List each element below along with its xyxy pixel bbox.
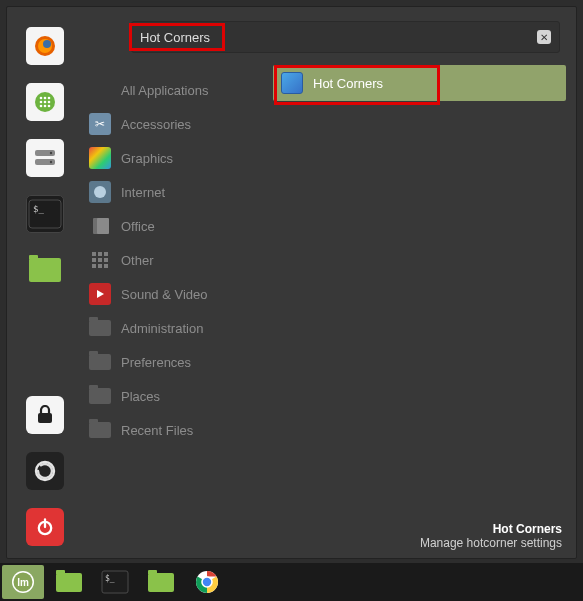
category-places[interactable]: Places [83,379,265,413]
places-folder-icon [89,385,111,407]
disks-icon[interactable] [26,139,64,177]
result-hot-corners[interactable]: Hot Corners [273,65,566,101]
search-field[interactable]: ✕ [131,21,560,53]
play-icon [89,283,111,305]
svg-point-4 [40,97,43,100]
category-label: Accessories [121,117,191,132]
taskbar-chrome[interactable] [186,565,228,599]
category-label: Recent Files [121,423,193,438]
svg-rect-29 [92,258,96,262]
category-label: Sound & Video [121,287,208,302]
category-label: Graphics [121,151,173,166]
category-office[interactable]: Office [83,209,265,243]
scissors-icon: ✂ [89,113,111,135]
taskbar-menu-button[interactable]: lm [2,565,44,599]
taskbar: lm $_ [0,563,583,601]
svg-point-11 [44,105,47,108]
svg-rect-34 [104,264,108,268]
start-menu: $_ ✕ [6,6,577,559]
applications-pane: Hot Corners [265,7,576,558]
category-label: Administration [121,321,203,336]
search-row: ✕ [131,21,564,53]
software-manager-icon[interactable] [26,83,64,121]
svg-text:$_: $_ [33,204,44,214]
svg-point-15 [50,152,52,154]
category-label: Other [121,253,154,268]
svg-rect-30 [98,258,102,262]
taskbar-terminal[interactable]: $_ [94,565,136,599]
category-label: Preferences [121,355,191,370]
svg-rect-28 [104,252,108,256]
svg-point-7 [40,101,43,104]
category-all-applications[interactable]: All Applications [83,73,265,107]
svg-point-9 [48,101,51,104]
svg-rect-26 [92,252,96,256]
svg-text:$_: $_ [105,574,115,583]
category-sound-video[interactable]: Sound & Video [83,277,265,311]
category-label: Internet [121,185,165,200]
category-internet[interactable]: Internet [83,175,265,209]
app-tooltip: Hot Corners Manage hotcorner settings [420,522,562,550]
admin-folder-icon [89,317,111,339]
svg-point-10 [40,105,43,108]
clear-search-icon[interactable]: ✕ [537,30,551,44]
hot-corners-icon [281,72,303,94]
all-applications-icon [89,79,111,101]
files-icon[interactable] [26,251,64,289]
svg-point-2 [43,40,51,48]
graphics-icon [89,147,111,169]
svg-point-6 [48,97,51,100]
svg-point-12 [48,105,51,108]
svg-rect-19 [38,413,52,423]
svg-rect-33 [98,264,102,268]
svg-rect-31 [104,258,108,262]
svg-rect-25 [97,218,109,234]
category-administration[interactable]: Administration [83,311,265,345]
firefox-icon[interactable] [26,27,64,65]
category-label: Office [121,219,155,234]
category-recent-files[interactable]: Recent Files [83,413,265,447]
prefs-folder-icon [89,351,111,373]
svg-rect-27 [98,252,102,256]
result-label: Hot Corners [313,76,383,91]
tooltip-description: Manage hotcorner settings [420,536,562,550]
svg-point-16 [50,161,52,163]
category-preferences[interactable]: Preferences [83,345,265,379]
menu-body: $_ ✕ [7,7,576,558]
office-icon [89,215,111,237]
taskbar-files-2[interactable] [140,565,182,599]
terminal-icon[interactable]: $_ [26,195,64,233]
power-icon[interactable] [26,508,64,546]
lock-screen-icon[interactable] [26,396,64,434]
category-graphics[interactable]: Graphics [83,141,265,175]
svg-marker-35 [97,290,104,298]
category-accessories[interactable]: ✂ Accessories [83,107,265,141]
svg-point-5 [44,97,47,100]
svg-point-8 [44,101,47,104]
category-label: Places [121,389,160,404]
category-other[interactable]: Other [83,243,265,277]
logout-icon[interactable] [26,452,64,490]
favorites-column: $_ [7,7,83,558]
taskbar-files[interactable] [48,565,90,599]
category-list: All Applications ✂ Accessories Graphics … [83,61,265,447]
category-label: All Applications [121,83,208,98]
categories-column: ✕ All Applications ✂ Accessories Graphic… [83,7,265,558]
search-input[interactable] [140,30,537,45]
recent-folder-icon [89,419,111,441]
tooltip-title: Hot Corners [420,522,562,536]
svg-point-23 [94,186,106,198]
grid-icon [89,249,111,271]
globe-icon [89,181,111,203]
svg-rect-32 [92,264,96,268]
svg-text:lm: lm [17,577,29,588]
